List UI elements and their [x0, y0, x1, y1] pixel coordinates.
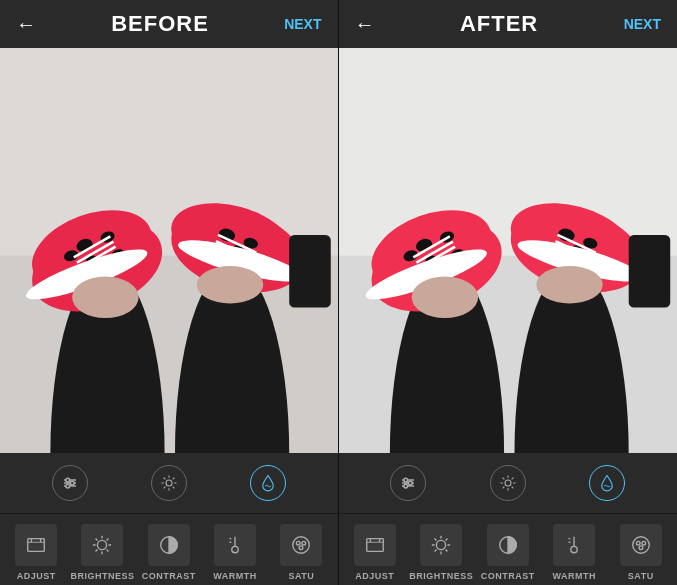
- after-warmth-label: WARMTH: [553, 571, 597, 581]
- before-adjust-label: ADJUST: [17, 571, 56, 581]
- svg-rect-81: [628, 235, 670, 308]
- svg-rect-97: [367, 539, 384, 552]
- after-panel: ← AFTER NEXT: [339, 0, 678, 585]
- after-brightness-label: BRIGHTNESS: [409, 571, 473, 581]
- before-tool-adjust[interactable]: ADJUST: [4, 524, 68, 581]
- svg-line-39: [172, 487, 174, 489]
- after-saturation-icon-box: [620, 524, 662, 566]
- svg-point-30: [65, 478, 69, 482]
- svg-point-101: [437, 540, 446, 549]
- before-tool-contrast[interactable]: CONTRAST: [137, 524, 201, 581]
- svg-point-53: [302, 541, 306, 545]
- after-header: ← AFTER NEXT: [339, 0, 678, 48]
- svg-point-103: [571, 546, 577, 552]
- after-adjust-icon-box: [354, 524, 396, 566]
- svg-rect-56: [339, 48, 678, 256]
- svg-rect-1: [0, 48, 338, 256]
- svg-point-80: [536, 266, 602, 303]
- after-contrast-icon-box: [487, 524, 529, 566]
- svg-point-24: [72, 276, 138, 318]
- svg-point-48: [232, 546, 238, 552]
- after-image-area: [339, 48, 678, 453]
- before-back-button[interactable]: ←: [16, 14, 36, 34]
- svg-point-52: [297, 541, 301, 545]
- svg-line-96: [502, 487, 504, 489]
- after-title: AFTER: [375, 11, 624, 37]
- before-saturation-icon-box: [280, 524, 322, 566]
- svg-point-108: [642, 541, 646, 545]
- svg-point-87: [404, 484, 408, 488]
- svg-point-54: [299, 546, 303, 550]
- before-title: BEFORE: [36, 11, 284, 37]
- after-tool-warmth[interactable]: WARMTH: [542, 524, 607, 581]
- svg-point-31: [70, 481, 74, 485]
- after-tool-contrast[interactable]: CONTRAST: [476, 524, 541, 581]
- after-adjust-filter-icon[interactable]: [390, 465, 426, 501]
- before-header: ← BEFORE NEXT: [0, 0, 338, 48]
- after-contrast-label: CONTRAST: [481, 571, 535, 581]
- before-warmth-label: WARMTH: [213, 571, 257, 581]
- before-brightness-filter-icon[interactable]: [151, 465, 187, 501]
- svg-point-25: [197, 266, 263, 303]
- before-adjust-icon-box: [15, 524, 57, 566]
- after-tools-section: ADJUST BRIGHTNESS CONT: [339, 453, 678, 585]
- svg-point-106: [633, 537, 650, 554]
- svg-point-32: [65, 484, 69, 488]
- svg-point-79: [411, 276, 477, 318]
- svg-line-38: [163, 478, 165, 480]
- after-tool-saturation[interactable]: SATU: [609, 524, 674, 581]
- before-tools-section: ADJUST BRIGHTNESS CONT: [0, 453, 338, 585]
- before-tint-filter-icon[interactable]: [250, 465, 286, 501]
- before-tool-brightness[interactable]: BRIGHTNESS: [70, 524, 134, 581]
- before-tool-warmth[interactable]: WARMTH: [203, 524, 267, 581]
- svg-point-107: [636, 541, 640, 545]
- before-adjust-filter-icon[interactable]: [52, 465, 88, 501]
- svg-point-85: [404, 478, 408, 482]
- svg-point-86: [409, 481, 413, 485]
- svg-line-94: [511, 487, 513, 489]
- after-adjust-label: ADJUST: [355, 571, 394, 581]
- after-warmth-icon-box: [553, 524, 595, 566]
- before-contrast-icon-box: [148, 524, 190, 566]
- svg-line-93: [502, 478, 504, 480]
- svg-point-51: [293, 537, 310, 554]
- before-brightness-icon-box: [81, 524, 123, 566]
- after-back-button[interactable]: ←: [355, 14, 375, 34]
- svg-point-46: [98, 540, 107, 549]
- svg-line-40: [172, 478, 174, 480]
- after-brightness-icon-box: [420, 524, 462, 566]
- after-tint-filter-icon[interactable]: [589, 465, 625, 501]
- before-tool-saturation[interactable]: SATU: [269, 524, 333, 581]
- after-tool-adjust[interactable]: ADJUST: [343, 524, 408, 581]
- after-filter-row: [339, 453, 678, 514]
- before-panel: ← BEFORE NEXT: [0, 0, 339, 585]
- before-warmth-icon-box: [214, 524, 256, 566]
- svg-point-33: [166, 480, 172, 486]
- svg-rect-42: [28, 539, 45, 552]
- svg-rect-26: [289, 235, 331, 308]
- before-saturation-label: SATU: [288, 571, 314, 581]
- before-brightness-label: BRIGHTNESS: [70, 571, 134, 581]
- after-brightness-filter-icon[interactable]: [490, 465, 526, 501]
- before-filter-row: [0, 453, 338, 514]
- before-contrast-label: CONTRAST: [142, 571, 196, 581]
- after-tools-row: ADJUST BRIGHTNESS CONT: [339, 514, 678, 585]
- before-next-button[interactable]: NEXT: [284, 16, 321, 32]
- after-next-button[interactable]: NEXT: [624, 16, 661, 32]
- svg-line-95: [511, 478, 513, 480]
- svg-point-109: [639, 546, 643, 550]
- before-image-area: [0, 48, 338, 453]
- svg-line-41: [163, 487, 165, 489]
- svg-point-88: [505, 480, 511, 486]
- before-tools-row: ADJUST BRIGHTNESS CONT: [0, 514, 338, 585]
- after-saturation-label: SATU: [628, 571, 654, 581]
- after-tool-brightness[interactable]: BRIGHTNESS: [409, 524, 474, 581]
